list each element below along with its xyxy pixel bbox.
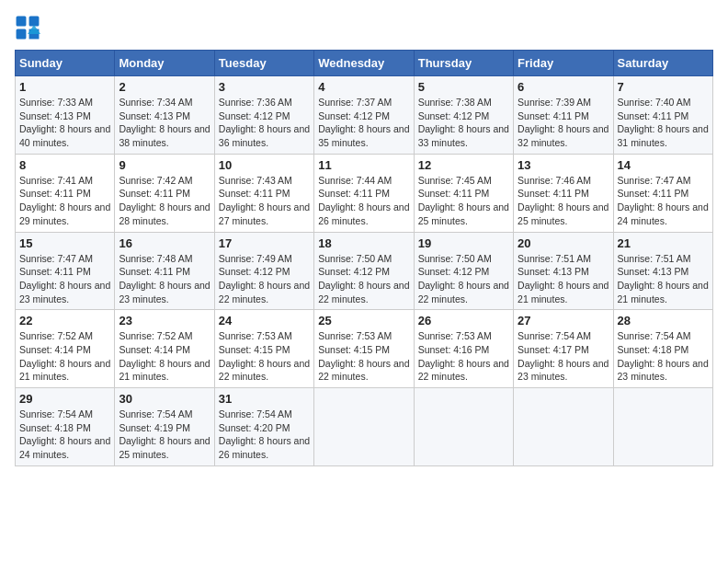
day-info: Sunrise: 7:54 AMSunset: 4:18 PMDaylight:… (19, 408, 110, 462)
logo-icon (15, 15, 40, 40)
day-number: 14 (618, 158, 709, 172)
calendar-cell: 2 Sunrise: 7:34 AMSunset: 4:13 PMDayligh… (115, 76, 214, 155)
day-number: 20 (518, 236, 609, 250)
day-number: 13 (518, 158, 609, 172)
calendar-cell: 20 Sunrise: 7:51 AMSunset: 4:13 PMDaylig… (514, 232, 613, 310)
calendar-table: SundayMondayTuesdayWednesdayThursdayFrid… (15, 50, 713, 466)
day-number: 19 (418, 236, 509, 250)
day-info: Sunrise: 7:36 AMSunset: 4:12 PMDaylight:… (219, 96, 310, 150)
calendar-cell: 16 Sunrise: 7:48 AMSunset: 4:11 PMDaylig… (115, 232, 214, 310)
day-number: 15 (19, 236, 110, 250)
calendar-cell: 10 Sunrise: 7:43 AMSunset: 4:11 PMDaylig… (214, 154, 313, 232)
day-info: Sunrise: 7:38 AMSunset: 4:12 PMDaylight:… (418, 96, 509, 150)
logo (15, 15, 44, 40)
calendar-cell: 23 Sunrise: 7:52 AMSunset: 4:14 PMDaylig… (115, 310, 214, 388)
calendar-cell: 14 Sunrise: 7:47 AMSunset: 4:11 PMDaylig… (613, 154, 712, 232)
column-header-wednesday: Wednesday (314, 51, 414, 76)
calendar-cell (514, 388, 613, 466)
day-number: 1 (19, 80, 110, 94)
day-number: 23 (119, 314, 210, 327)
day-number: 9 (119, 158, 210, 172)
day-info: Sunrise: 7:45 AMSunset: 4:11 PMDaylight:… (418, 174, 509, 228)
day-number: 27 (518, 314, 609, 327)
day-info: Sunrise: 7:53 AMSunset: 4:15 PMDaylight:… (318, 329, 409, 384)
day-info: Sunrise: 7:49 AMSunset: 4:12 PMDaylight:… (219, 252, 310, 306)
svg-rect-0 (17, 17, 27, 27)
svg-rect-2 (17, 29, 27, 40)
day-info: Sunrise: 7:37 AMSunset: 4:12 PMDaylight:… (318, 96, 409, 150)
day-info: Sunrise: 7:53 AMSunset: 4:15 PMDaylight:… (219, 329, 310, 384)
day-number: 17 (219, 236, 310, 250)
day-info: Sunrise: 7:39 AMSunset: 4:11 PMDaylight:… (518, 96, 609, 150)
calendar-cell (613, 388, 712, 466)
calendar-cell: 7 Sunrise: 7:40 AMSunset: 4:11 PMDayligh… (613, 76, 712, 155)
calendar-cell: 25 Sunrise: 7:53 AMSunset: 4:15 PMDaylig… (314, 310, 414, 388)
day-info: Sunrise: 7:46 AMSunset: 4:11 PMDaylight:… (518, 174, 609, 228)
day-info: Sunrise: 7:41 AMSunset: 4:11 PMDaylight:… (19, 174, 110, 228)
column-header-monday: Monday (115, 51, 214, 76)
column-header-thursday: Thursday (414, 51, 513, 76)
day-info: Sunrise: 7:34 AMSunset: 4:13 PMDaylight:… (119, 96, 210, 150)
day-number: 25 (318, 314, 409, 327)
day-info: Sunrise: 7:52 AMSunset: 4:14 PMDaylight:… (119, 329, 210, 384)
day-info: Sunrise: 7:40 AMSunset: 4:11 PMDaylight:… (618, 96, 709, 150)
day-info: Sunrise: 7:48 AMSunset: 4:11 PMDaylight:… (119, 252, 210, 306)
calendar-cell: 15 Sunrise: 7:47 AMSunset: 4:11 PMDaylig… (16, 232, 115, 310)
day-number: 11 (318, 158, 409, 172)
calendar-week-5: 29 Sunrise: 7:54 AMSunset: 4:18 PMDaylig… (16, 388, 713, 466)
day-info: Sunrise: 7:52 AMSunset: 4:14 PMDaylight:… (19, 329, 110, 384)
day-info: Sunrise: 7:33 AMSunset: 4:13 PMDaylight:… (19, 96, 110, 150)
calendar-cell: 18 Sunrise: 7:50 AMSunset: 4:12 PMDaylig… (314, 232, 414, 310)
day-number: 8 (19, 158, 110, 172)
calendar-cell (414, 388, 513, 466)
day-number: 26 (418, 314, 509, 327)
day-number: 6 (518, 80, 609, 94)
calendar-cell: 29 Sunrise: 7:54 AMSunset: 4:18 PMDaylig… (16, 388, 115, 466)
column-header-saturday: Saturday (613, 51, 712, 76)
day-info: Sunrise: 7:42 AMSunset: 4:11 PMDaylight:… (119, 174, 210, 228)
day-number: 28 (618, 314, 709, 327)
day-info: Sunrise: 7:50 AMSunset: 4:12 PMDaylight:… (418, 252, 509, 306)
day-info: Sunrise: 7:54 AMSunset: 4:18 PMDaylight:… (618, 329, 709, 384)
calendar-cell: 28 Sunrise: 7:54 AMSunset: 4:18 PMDaylig… (613, 310, 712, 388)
calendar-week-2: 8 Sunrise: 7:41 AMSunset: 4:11 PMDayligh… (16, 154, 713, 232)
day-number: 12 (418, 158, 509, 172)
calendar-week-1: 1 Sunrise: 7:33 AMSunset: 4:13 PMDayligh… (16, 76, 713, 155)
day-info: Sunrise: 7:44 AMSunset: 4:11 PMDaylight:… (318, 174, 409, 228)
calendar-week-3: 15 Sunrise: 7:47 AMSunset: 4:11 PMDaylig… (16, 232, 713, 310)
day-number: 5 (418, 80, 509, 94)
day-info: Sunrise: 7:53 AMSunset: 4:16 PMDaylight:… (418, 329, 509, 384)
page-header (15, 15, 713, 40)
calendar-cell: 31 Sunrise: 7:54 AMSunset: 4:20 PMDaylig… (214, 388, 313, 466)
calendar-cell: 30 Sunrise: 7:54 AMSunset: 4:19 PMDaylig… (115, 388, 214, 466)
column-header-sunday: Sunday (16, 51, 115, 76)
day-info: Sunrise: 7:43 AMSunset: 4:11 PMDaylight:… (219, 174, 310, 228)
calendar-cell: 3 Sunrise: 7:36 AMSunset: 4:12 PMDayligh… (214, 76, 313, 155)
calendar-cell: 8 Sunrise: 7:41 AMSunset: 4:11 PMDayligh… (16, 154, 115, 232)
calendar-cell: 21 Sunrise: 7:51 AMSunset: 4:13 PMDaylig… (613, 232, 712, 310)
calendar-cell: 4 Sunrise: 7:37 AMSunset: 4:12 PMDayligh… (314, 76, 414, 155)
calendar-cell: 9 Sunrise: 7:42 AMSunset: 4:11 PMDayligh… (115, 154, 214, 232)
day-number: 21 (618, 236, 709, 250)
calendar-cell: 27 Sunrise: 7:54 AMSunset: 4:17 PMDaylig… (514, 310, 613, 388)
day-number: 18 (318, 236, 409, 250)
day-info: Sunrise: 7:54 AMSunset: 4:19 PMDaylight:… (119, 408, 210, 462)
day-info: Sunrise: 7:54 AMSunset: 4:17 PMDaylight:… (518, 329, 609, 384)
column-header-tuesday: Tuesday (214, 51, 313, 76)
day-info: Sunrise: 7:47 AMSunset: 4:11 PMDaylight:… (19, 252, 110, 306)
day-number: 7 (618, 80, 709, 94)
day-number: 24 (219, 314, 310, 327)
svg-rect-1 (29, 17, 40, 27)
calendar-cell: 13 Sunrise: 7:46 AMSunset: 4:11 PMDaylig… (514, 154, 613, 232)
day-number: 2 (119, 80, 210, 94)
calendar-cell (314, 388, 414, 466)
day-info: Sunrise: 7:47 AMSunset: 4:11 PMDaylight:… (618, 174, 709, 228)
day-info: Sunrise: 7:51 AMSunset: 4:13 PMDaylight:… (618, 252, 709, 306)
calendar-cell: 22 Sunrise: 7:52 AMSunset: 4:14 PMDaylig… (16, 310, 115, 388)
day-number: 22 (19, 314, 110, 327)
day-number: 4 (318, 80, 409, 94)
day-info: Sunrise: 7:54 AMSunset: 4:20 PMDaylight:… (219, 408, 310, 462)
calendar-cell: 24 Sunrise: 7:53 AMSunset: 4:15 PMDaylig… (214, 310, 313, 388)
calendar-cell: 17 Sunrise: 7:49 AMSunset: 4:12 PMDaylig… (214, 232, 313, 310)
day-number: 29 (19, 392, 110, 406)
